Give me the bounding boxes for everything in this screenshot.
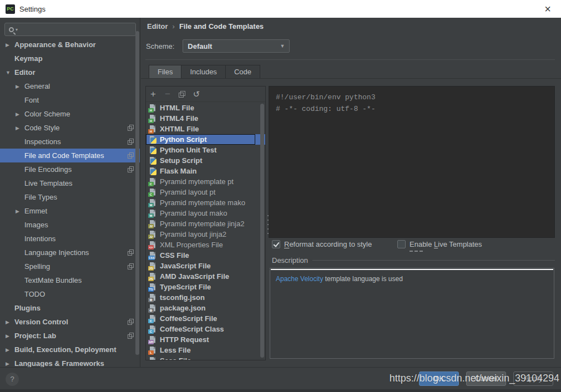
- sidebar-item-images[interactable]: Images: [0, 218, 140, 232]
- tab-code[interactable]: Code: [226, 65, 260, 79]
- chevron-right-icon[interactable]: ▶: [16, 125, 23, 131]
- sidebar-item-file-encodings[interactable]: File Encodings: [0, 162, 140, 176]
- sidebar-item-label: General: [24, 82, 50, 90]
- sidebar-item-file-types[interactable]: File Types: [0, 190, 140, 204]
- template-item-javascript-file[interactable]: JSJavaScript File: [146, 261, 266, 271]
- template-item-amd-javascript-file[interactable]: JSAMD JavaScript File: [146, 271, 266, 282]
- chevron-right-icon[interactable]: ▶: [16, 111, 23, 117]
- search-input[interactable]: [18, 24, 135, 35]
- sidebar-item-spelling[interactable]: Spelling: [0, 259, 140, 273]
- template-list: HHTML FileHHTML4 FileHXHTML FilePython S…: [146, 103, 266, 360]
- chevron-right-icon[interactable]: ▶: [6, 347, 13, 353]
- template-item-tsconfig-json[interactable]: ⚙tsconfig.json: [146, 292, 266, 303]
- sidebar-item-live-templates[interactable]: Live Templates: [0, 176, 140, 190]
- template-item-package-json[interactable]: ⚙package.json: [146, 303, 266, 313]
- sidebar-item-build-execution-deployment[interactable]: ▶Build, Execution, Deployment: [0, 343, 140, 357]
- checkbox-option-reformat-according-to-style[interactable]: Reformat according to style: [272, 240, 372, 248]
- file-badge: L: [148, 350, 154, 355]
- list-scrollbar[interactable]: [260, 104, 264, 358]
- sidebar-scrollbar[interactable]: [135, 31, 139, 355]
- template-item-typescript-file[interactable]: TSTypeScript File: [146, 282, 266, 292]
- template-item-html4-file[interactable]: HHTML4 File: [146, 113, 266, 124]
- template-item-pyramid-mytemplate-jinja2[interactable]: J2Pyramid mytemplate jinja2: [146, 218, 266, 229]
- help-button[interactable]: ?: [6, 373, 19, 386]
- template-item-css-file[interactable]: CSSCSS File: [146, 250, 266, 261]
- template-item-label: CoffeeScript File: [160, 314, 217, 323]
- tab-files[interactable]: Files: [149, 65, 181, 79]
- template-item-pyramid-mytemplate-pt[interactable]: CPyramid mytemplate pt: [146, 176, 266, 187]
- sidebar-item-editor[interactable]: ▼Editor: [0, 65, 140, 79]
- chevron-right-icon[interactable]: ▶: [6, 42, 13, 48]
- file-fold: [153, 199, 155, 201]
- sidebar-item-inspections[interactable]: Inspections: [0, 135, 140, 149]
- template-item-pyramid-mytemplate-mako[interactable]: MPyramid mytemplate mako: [146, 197, 266, 208]
- template-item-less-file[interactable]: LLess File: [146, 345, 266, 355]
- template-item-python-script[interactable]: Python Script: [146, 134, 266, 145]
- remove-icon[interactable]: −: [160, 87, 175, 101]
- add-icon[interactable]: +: [146, 87, 160, 101]
- file-badge: API: [148, 340, 154, 344]
- sidebar-item-file-and-code-templates[interactable]: File and Code Templates: [0, 149, 140, 162]
- file-badge: J2: [148, 224, 154, 228]
- shared-settings-icon: [128, 333, 134, 339]
- file-badge: ⚙: [148, 298, 154, 302]
- sidebar-item-intentions[interactable]: Intentions: [0, 232, 140, 246]
- template-code-editor[interactable]: #!/user/bin/env python3# -*- coding: utf…: [269, 86, 555, 238]
- template-item-xml-properties-file[interactable]: <>XML Properties File: [146, 240, 266, 250]
- template-item-label: CoffeeScript Class: [160, 325, 224, 333]
- chevron-right-icon[interactable]: ▶: [6, 319, 13, 325]
- template-item-flask-main[interactable]: Flask Main: [146, 166, 266, 176]
- sidebar-item-language-injections[interactable]: Language Injections: [0, 246, 140, 259]
- file-badge: C: [148, 319, 154, 323]
- sidebar-item-appearance-behavior[interactable]: ▶Appearance & Behavior: [0, 38, 140, 52]
- sidebar-item-code-style[interactable]: ▶Code Style: [0, 121, 140, 135]
- template-item-pyramid-layout-jinja2[interactable]: J2Pyramid layout jinja2: [146, 229, 266, 240]
- template-item-python-unit-test[interactable]: Python Unit Test: [146, 145, 266, 155]
- chevron-right-icon[interactable]: ▶: [16, 84, 23, 89]
- sidebar-item-label: TODO: [24, 290, 45, 298]
- template-item-coffeescript-class[interactable]: CCoffeeScript Class: [146, 324, 266, 334]
- chevron-right-icon[interactable]: ▶: [6, 333, 13, 339]
- sidebar-item-font[interactable]: Font: [0, 93, 140, 107]
- sidebar-item-project-lab[interactable]: ▶Project: Lab: [0, 329, 140, 343]
- file-fold: [153, 325, 155, 328]
- sidebar-item-textmate-bundles[interactable]: TextMate Bundles: [0, 273, 140, 287]
- template-item-label: CSS File: [160, 251, 189, 259]
- sidebar-item-keymap[interactable]: Keymap: [0, 52, 140, 65]
- sidebar-item-label: Languages & Frameworks: [14, 359, 104, 367]
- copy-icon[interactable]: [175, 87, 189, 101]
- template-item-http-request[interactable]: APIHTTP Request: [146, 334, 266, 345]
- breadcrumb-parent[interactable]: Editor: [147, 22, 168, 30]
- scheme-select[interactable]: Default ▼: [183, 39, 290, 53]
- checkbox-option-enable-live-templates[interactable]: Enable Live Templates: [397, 240, 482, 248]
- sidebar-item-todo[interactable]: TODO: [0, 287, 140, 301]
- template-item-coffeescript-file[interactable]: CCoffeeScript File: [146, 313, 266, 324]
- apache-velocity-link[interactable]: Apache Velocity: [276, 275, 323, 283]
- chevron-down-icon[interactable]: ▼: [6, 70, 13, 75]
- search-box[interactable]: ▾: [4, 23, 136, 36]
- tab-includes[interactable]: Includes: [181, 65, 225, 79]
- checkbox[interactable]: [272, 240, 280, 248]
- sidebar-item-languages-frameworks[interactable]: ▶Languages & Frameworks: [0, 357, 140, 367]
- chevron-right-icon[interactable]: ▶: [6, 361, 13, 366]
- sidebar-item-plugins[interactable]: Plugins: [0, 301, 140, 315]
- revert-icon[interactable]: ↺: [189, 87, 204, 101]
- template-item-xhtml-file[interactable]: HXHTML File: [146, 124, 266, 134]
- template-item-sass-file[interactable]: SSass File: [146, 355, 266, 360]
- file-fold: [153, 315, 155, 317]
- file-badge: [150, 138, 156, 144]
- sidebar-item-version-control[interactable]: ▶Version Control: [0, 315, 140, 329]
- chevron-right-icon[interactable]: ▶: [16, 208, 23, 214]
- sidebar-item-color-scheme[interactable]: ▶Color Scheme: [0, 107, 140, 121]
- scheme-selected-value: Default: [183, 42, 280, 50]
- sidebar-item-emmet[interactable]: ▶Emmet: [0, 204, 140, 218]
- checkbox[interactable]: [397, 240, 406, 248]
- sidebar-item-general[interactable]: ▶General: [0, 79, 140, 93]
- template-item-pyramid-layout-mako[interactable]: MPyramid layout mako: [146, 208, 266, 218]
- file-fold: [153, 304, 155, 307]
- close-icon[interactable]: ×: [544, 3, 551, 14]
- template-item-setup-script[interactable]: Setup Script: [146, 155, 266, 166]
- template-item-html-file[interactable]: HHTML File: [146, 103, 266, 113]
- file-type-icon: <>: [148, 241, 157, 250]
- template-item-pyramid-layout-pt[interactable]: CPyramid layout pt: [146, 187, 266, 197]
